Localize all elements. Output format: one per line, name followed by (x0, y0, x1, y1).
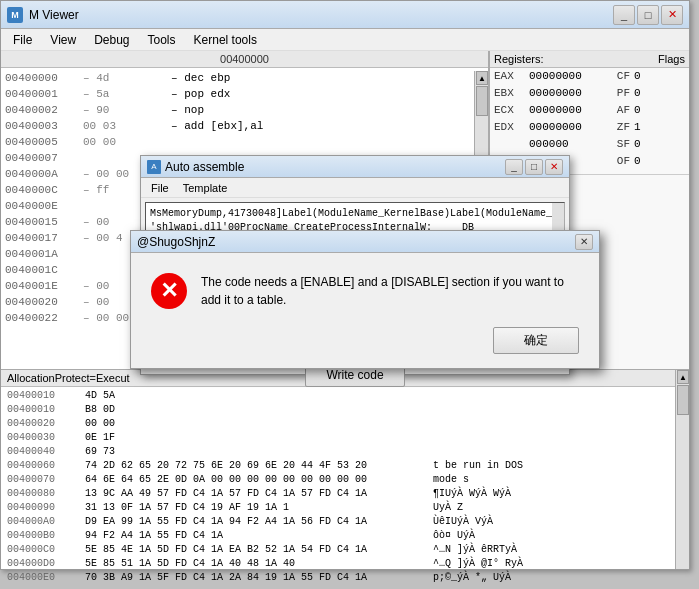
restore-button[interactable]: □ (637, 5, 659, 25)
sub-title-left: A Auto assemble (147, 160, 244, 174)
sub-window-controls: _ □ ✕ (505, 159, 563, 175)
auto-assemble-title-bar: A Auto assemble _ □ ✕ (141, 156, 569, 178)
scroll-up-btn[interactable]: ▲ (476, 71, 488, 85)
error-dialog: @ShugoShjnZ ✕ ✕ The code needs a [ENABLE… (130, 230, 600, 369)
bottom-scrollbar[interactable]: ▲ (675, 370, 689, 569)
table-row: 00400070 64 6E 64 65 2E 0D 0A 00 00 00 0… (7, 473, 683, 487)
dialog-title-bar: @ShugoShjnZ ✕ (131, 231, 599, 253)
table-row: 00400003 00 03 – add [ebx],al (5, 118, 484, 134)
menu-view[interactable]: View (42, 31, 84, 49)
bottom-panel: AllocationProtect=Execut 00400010 4D 5A … (1, 369, 689, 569)
dialog-body: ✕ The code needs a [ENABLE] and a [DISAB… (131, 253, 599, 319)
dialog-footer: 确定 (131, 319, 599, 368)
reg-col-header: Registers: (494, 53, 635, 65)
menu-debug[interactable]: Debug (86, 31, 137, 49)
table-row: 00400080 13 9C AA 49 57 FD C4 1A 57 FD C… (7, 487, 683, 501)
main-title-bar: M M Viewer _ □ ✕ (1, 1, 689, 29)
dialog-close-button[interactable]: ✕ (575, 234, 593, 250)
table-row: 00400010 4D 5A (7, 389, 683, 403)
table-row: 004000C0 5E 85 4E 1A 5D FD C4 1A EA B2 5… (7, 543, 683, 557)
sub-menu-file[interactable]: File (145, 181, 175, 195)
auto-assemble-title: Auto assemble (165, 160, 244, 174)
menu-kernel-tools[interactable]: Kernel tools (186, 31, 265, 49)
dialog-message: The code needs a [ENABLE] and a [DISABLE… (201, 273, 579, 309)
reg-header: Registers: Flags (490, 51, 689, 68)
table-row: EBX 00000000 PF 0 (490, 85, 689, 102)
app-title: M Viewer (29, 8, 79, 22)
bottom-scroll-thumb[interactable] (677, 385, 689, 415)
menu-bar: File View Debug Tools Kernel tools (1, 29, 689, 51)
table-row: 00400030 0E 1F (7, 431, 683, 445)
table-row: 00400010 B8 0D (7, 403, 683, 417)
table-row: EDX 00000000 ZF 1 (490, 119, 689, 136)
sub-menu-template[interactable]: Template (177, 181, 234, 195)
title-bar-left: M M Viewer (7, 7, 79, 23)
table-row: 004000D0 5E 85 51 1A 5D FD C4 1A 40 48 1… (7, 557, 683, 571)
table-row: 00400001 – 5a – pop edx (5, 86, 484, 102)
hex-content[interactable]: 00400010 4D 5A 00400010 B8 0D 00400020 0… (1, 387, 689, 587)
table-row: 000000 SF 0 (490, 136, 689, 153)
table-row: 00400005 00 00 (5, 134, 484, 150)
app-icon: M (7, 7, 23, 23)
table-row: 00400060 74 2D 62 65 20 72 75 6E 20 69 6… (7, 459, 683, 473)
table-row: 00400000 – 4d – dec ebp (5, 70, 484, 86)
table-row: ECX 00000000 AF 0 (490, 102, 689, 119)
sub-window-icon: A (147, 160, 161, 174)
sub-minimize-btn[interactable]: _ (505, 159, 523, 175)
disasm-header: 00400000 (1, 51, 488, 68)
error-icon: ✕ (151, 273, 187, 309)
ok-button[interactable]: 确定 (493, 327, 579, 354)
sub-restore-btn[interactable]: □ (525, 159, 543, 175)
menu-file[interactable]: File (5, 31, 40, 49)
flags-col-header: Flags (635, 53, 685, 65)
minimize-button[interactable]: _ (613, 5, 635, 25)
table-row: 00400020 00 00 (7, 417, 683, 431)
table-row: 00400040 69 73 (7, 445, 683, 459)
scroll-thumb[interactable] (476, 86, 488, 116)
table-row: 004000B0 94 F2 A4 1A 55 FD C4 1A ôò¤ UýÀ (7, 529, 683, 543)
table-row: 00400002 – 90 – nop (5, 102, 484, 118)
table-row: EAX 00000000 CF 0 (490, 68, 689, 85)
table-row: 004000A0 D9 EA 99 1A 55 FD C4 1A 94 F2 A… (7, 515, 683, 529)
bottom-scroll-up[interactable]: ▲ (677, 370, 689, 384)
dialog-title: @ShugoShjnZ (137, 235, 215, 249)
window-controls: _ □ ✕ (613, 5, 683, 25)
auto-assemble-menu: File Template (141, 178, 569, 198)
sub-close-btn[interactable]: ✕ (545, 159, 563, 175)
table-row: 00400090 31 13 0F 1A 57 FD C4 19 AF 19 1… (7, 501, 683, 515)
menu-tools[interactable]: Tools (140, 31, 184, 49)
close-button[interactable]: ✕ (661, 5, 683, 25)
error-circle: ✕ (151, 273, 187, 309)
table-row: 004000E0 70 3B A9 1A 5F FD C4 1A 2A 84 1… (7, 571, 683, 585)
